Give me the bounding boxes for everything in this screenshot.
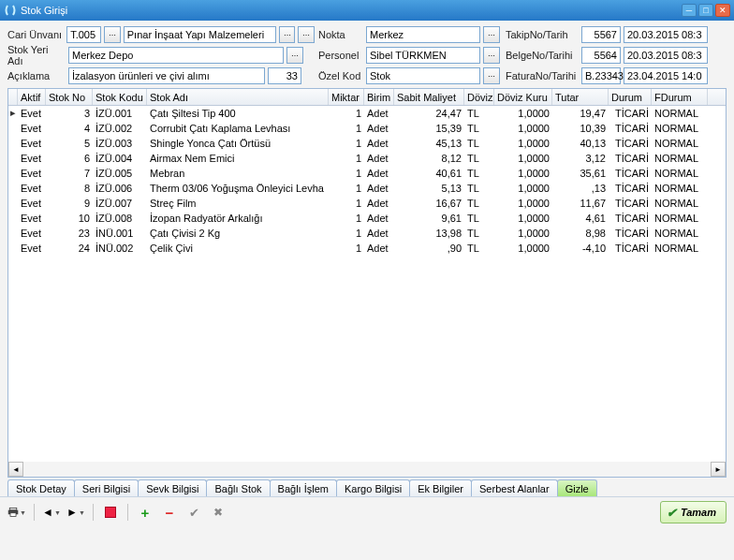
cancel-row-button[interactable]: ✖ (209, 503, 228, 522)
nav-next-button[interactable]: ►▼ (66, 503, 85, 522)
cell-adi: Çelik Çivi (147, 241, 329, 255)
cell-birim: Adet (364, 151, 394, 165)
tab-seri-bilgisi[interactable]: Seri Bilgisi (74, 479, 139, 496)
grid-header-kur[interactable]: Döviz Kuru (494, 89, 552, 105)
scroll-right-button[interactable]: ► (711, 462, 726, 477)
cell-kur: 1,0000 (494, 181, 552, 195)
grid-header-doviz[interactable]: Döviz (464, 89, 494, 105)
nokta-input[interactable]: Merkez (366, 26, 480, 43)
cell-no: 7 (46, 166, 93, 180)
takip-no-input[interactable]: 5567 (581, 26, 621, 43)
cell-birim: Adet (364, 106, 394, 120)
scroll-left-button[interactable]: ◄ (8, 462, 23, 477)
cari-kod-lookup-button[interactable]: ⋯ (104, 26, 121, 43)
cell-fdurum: NORMAL (652, 241, 708, 255)
cell-tutar: 4,61 (552, 211, 609, 225)
tab-sevk-bilgisi[interactable]: Sevk Bilgisi (138, 479, 207, 496)
grid-header-durum[interactable]: Durum (609, 89, 652, 105)
minimize-button[interactable]: ─ (682, 4, 697, 17)
delete-row-button[interactable]: − (160, 503, 179, 522)
grid-header-birim[interactable]: Birim (364, 89, 394, 105)
row-indicator-icon (8, 151, 18, 165)
grid-header-miktar[interactable]: Miktar (329, 89, 364, 105)
stock-grid[interactable]: Aktif Stok No Stok Kodu Stok Adı Miktar … (7, 88, 727, 478)
tab-serbest-alanlar[interactable]: Serbest Alanlar (471, 479, 558, 496)
table-row[interactable]: ▸Evet3İZÜ.001Çatı Şiltesi Tip 4001Adet24… (8, 106, 726, 121)
tab-gizle[interactable]: Gizle (557, 479, 597, 496)
cari-unvani-input[interactable]: Pınar İnşaat Yapı Malzemeleri A.Ş (124, 26, 276, 43)
maximize-button[interactable]: □ (698, 4, 713, 17)
cell-durum: TİCARİ (609, 226, 652, 240)
table-row[interactable]: Evet4İZÜ.002Corrubit Çatı Kaplama Levhas… (8, 121, 726, 136)
tamam-label: Tamam (681, 507, 716, 518)
close-button[interactable]: ✕ (715, 4, 730, 17)
cell-no: 24 (46, 241, 93, 255)
grid-header-sabit[interactable]: Sabit Maliyet (394, 89, 464, 105)
table-row[interactable]: Evet10İZÜ.008İzopan Radyatör Arkalığı1Ad… (8, 211, 726, 226)
scroll-track[interactable] (23, 462, 711, 477)
grid-horizontal-scrollbar[interactable]: ◄ ► (8, 462, 726, 477)
cell-tutar: 10,39 (552, 121, 609, 135)
fatura-tarih-input[interactable]: 23.04.2015 14:0 (624, 67, 708, 84)
row-indicator-icon (8, 121, 18, 135)
tab-bağlı-stok[interactable]: Bağlı Stok (206, 479, 270, 496)
row-indicator-icon (8, 166, 18, 180)
tamam-button[interactable]: ✔ Tamam (660, 501, 727, 523)
nav-first-button[interactable]: ◄▼ (42, 503, 61, 522)
cell-tutar: 40,13 (552, 136, 609, 150)
add-row-button[interactable]: + (136, 503, 154, 522)
caret-down-icon: ▼ (20, 509, 26, 516)
table-row[interactable]: Evet6İZÜ.004Airmax Nem Emici1Adet8,12TL1… (8, 151, 726, 166)
aciklama-input[interactable]: İzalasyon ürünleri ve çivi alımı (68, 67, 265, 84)
cari-kod-input[interactable]: T.005 (66, 26, 101, 43)
aciklama-no-input[interactable]: 33 (268, 67, 301, 84)
takip-tarih-input[interactable]: 20.03.2015 08:3 (624, 26, 708, 43)
table-row[interactable]: Evet8İZÜ.006Therm 03/06 Yoğuşma Önleyici… (8, 181, 726, 196)
cell-miktar: 1 (329, 211, 364, 225)
list-button[interactable] (101, 503, 120, 522)
tab-bağlı-i̇şlem[interactable]: Bağlı İşlem (270, 479, 337, 496)
cell-tutar: 11,67 (552, 196, 609, 210)
table-row[interactable]: Evet9İZÜ.007Streç Film1Adet16,67TL1,0000… (8, 196, 726, 211)
cell-aktif: Evet (18, 166, 46, 180)
cell-durum: TİCARİ (609, 106, 652, 120)
ozel-kod-input[interactable]: Stok (366, 67, 480, 84)
tab-stok-detay[interactable]: Stok Detay (7, 479, 75, 496)
cell-miktar: 1 (329, 166, 364, 180)
table-row[interactable]: Evet5İZÜ.003Shingle Yonca Çatı Örtüsü1Ad… (8, 136, 726, 151)
stok-yeri-lookup-button[interactable]: ⋯ (286, 47, 303, 64)
grid-header-stokkodu[interactable]: Stok Kodu (93, 89, 147, 105)
stok-yeri-input[interactable]: Merkez Depo (68, 47, 284, 64)
table-row[interactable]: Evet24İNÜ.002Çelik Çivi1Adet,90TL1,0000-… (8, 241, 726, 256)
cell-miktar: 1 (329, 241, 364, 255)
personel-lookup-button[interactable]: ⋯ (483, 47, 500, 64)
tab-kargo-bilgisi[interactable]: Kargo Bilgisi (336, 479, 410, 496)
grid-body[interactable]: ▸Evet3İZÜ.001Çatı Şiltesi Tip 4001Adet24… (8, 106, 726, 462)
grid-header-stokno[interactable]: Stok No (46, 89, 93, 105)
cari-unvani-lookup-button[interactable]: ⋯ (279, 26, 296, 43)
grid-header-marker[interactable] (8, 89, 18, 105)
belge-tarih-input[interactable]: 20.03.2015 08:3 (624, 47, 708, 64)
table-row[interactable]: Evet7İZÜ.005Mebran1Adet40,61TL1,000035,6… (8, 166, 726, 181)
window-title: Stok Girişi (21, 5, 682, 16)
nokta-lookup-button[interactable]: ⋯ (483, 26, 500, 43)
cell-sabit: 45,13 (394, 136, 464, 150)
grid-header-tutar[interactable]: Tutar (552, 89, 609, 105)
cell-doviz: TL (464, 166, 494, 180)
cari-unvani-extra-button[interactable]: ⋯ (298, 26, 315, 43)
print-button[interactable]: ▼ (7, 503, 26, 522)
confirm-row-button[interactable]: ✔ (184, 503, 203, 522)
table-row[interactable]: Evet23İNÜ.001Çatı Çivisi 2 Kg1Adet13,98T… (8, 226, 726, 241)
cell-sabit: ,90 (394, 241, 464, 255)
cell-aktif: Evet (18, 196, 46, 210)
grid-header-fdurum[interactable]: FDurum (652, 89, 708, 105)
cell-kur: 1,0000 (494, 211, 552, 225)
personel-input[interactable]: Sibel TÜRKMEN (366, 47, 480, 64)
belge-no-input[interactable]: 5564 (581, 47, 621, 64)
cell-kodu: İZÜ.002 (93, 121, 147, 135)
ozel-kod-lookup-button[interactable]: ⋯ (483, 67, 500, 84)
grid-header-aktif[interactable]: Aktif (18, 89, 46, 105)
grid-header-stokadi[interactable]: Stok Adı (147, 89, 329, 105)
fatura-no-input[interactable]: B.23343 (581, 67, 621, 84)
tab-ek-bilgiler[interactable]: Ek Bilgiler (409, 479, 472, 496)
